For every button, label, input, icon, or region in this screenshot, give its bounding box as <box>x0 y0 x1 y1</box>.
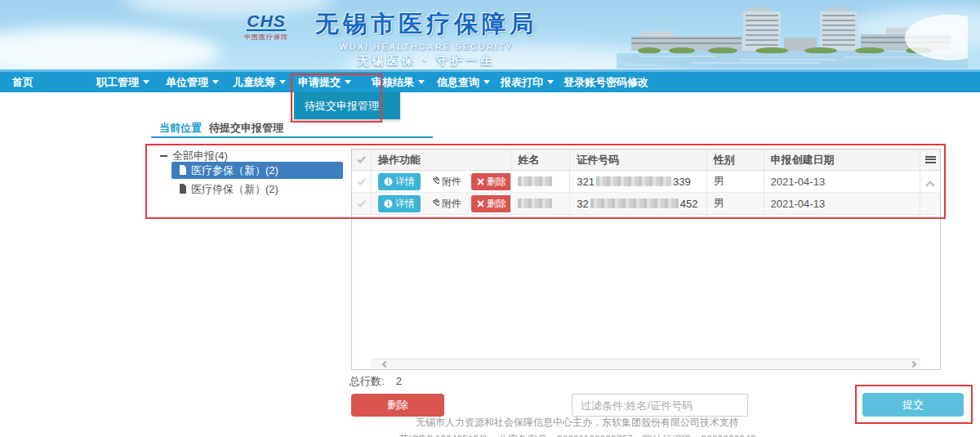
column-header-gender: 性别 <box>707 149 764 170</box>
logo-text: CHS <box>247 13 285 31</box>
row-select-cell <box>352 171 372 192</box>
column-menu-cell <box>920 149 940 170</box>
row-delete-button[interactable]: 删除 <box>471 173 512 190</box>
main-navbar: 首页 职工管理 单位管理 儿童统筹 申请提交 审核结果 信息查询 报表打印 登录… <box>0 72 980 92</box>
caret-down-icon <box>345 80 351 84</box>
id-number-cell: 32452 <box>570 193 707 214</box>
nav-item-report-print[interactable]: 报表打印 <box>501 72 554 92</box>
scrollbar-cell <box>920 193 940 214</box>
site-header: CHS 中国医疗保障 无锡市医疗保障局 WUXI HEALTHCARE SECU… <box>0 0 980 72</box>
scroll-right-icon[interactable] <box>910 361 916 368</box>
nav-item-label: 信息查询 <box>437 76 479 88</box>
paperclip-icon <box>430 176 439 186</box>
attachment-button[interactable]: 附件 <box>425 173 467 190</box>
submit-button[interactable]: 提交 <box>862 393 964 417</box>
caret-down-icon <box>143 80 149 84</box>
column-header-actions: 操作功能 <box>372 149 512 170</box>
info-icon <box>384 199 393 208</box>
footer-line2: 苏ICP备10046515号 公安备案号：32021102000707 网站标识… <box>292 433 863 437</box>
nav-item-review-result[interactable]: 审核结果 <box>372 72 425 92</box>
site-title-english: WUXI HEALTHCARE SECURITY <box>304 42 549 51</box>
column-menu-icon[interactable] <box>925 156 936 163</box>
tree-item-medical-enroll[interactable]: 医疗参保（新）(2) <box>172 162 343 179</box>
redacted-name <box>518 198 552 208</box>
caret-down-icon <box>483 80 490 84</box>
tree-item-label: 医疗停保（新）(2) <box>191 183 278 195</box>
create-date-cell: 2021-04-13 <box>764 193 920 214</box>
column-header-name: 姓名 <box>511 149 570 170</box>
collapse-minus-icon[interactable] <box>160 155 167 157</box>
declarations-table: 操作功能 姓名 证件号码 性别 申报创建日期 详情 附件 删除 321339 男… <box>351 149 941 370</box>
tree-item-medical-stop[interactable]: 医疗停保（新）(2) <box>179 182 278 197</box>
nav-item-employee-mgmt[interactable]: 职工管理 <box>96 72 149 92</box>
total-rows-label: 总行数: <box>350 375 385 387</box>
select-all-check-icon[interactable] <box>357 156 366 163</box>
breadcrumb-location-label: 当前位置 <box>159 121 202 136</box>
row-delete-button-label: 删除 <box>487 175 506 189</box>
nav-item-label: 职工管理 <box>96 76 139 88</box>
caret-down-icon <box>547 80 554 84</box>
tree-item-label: 医疗参保（新）(2) <box>191 164 278 176</box>
caret-down-icon <box>212 80 219 84</box>
footer-line1: 无锡市人力资源和社会保障信息中心主办，东软集团股份有限公司技术支持 <box>292 416 863 430</box>
page: CHS 中国医疗保障 无锡市医疗保障局 WUXI HEALTHCARE SECU… <box>0 0 980 437</box>
detail-button-label: 详情 <box>395 175 415 189</box>
id-suffix: 339 <box>673 176 691 188</box>
row-check-icon[interactable] <box>357 178 366 185</box>
name-cell <box>511 171 570 192</box>
filter-input[interactable] <box>572 394 748 417</box>
dropdown-item-pending-declaration[interactable]: 待提交申报管理 <box>294 92 400 119</box>
detail-button[interactable]: 详情 <box>378 173 421 190</box>
caret-down-icon <box>418 80 425 84</box>
nav-item-children-plan[interactable]: 儿童统筹 <box>233 72 286 92</box>
total-rows-line: 总行数:2 <box>350 374 402 389</box>
site-title: 无锡市医疗保障局 <box>304 8 549 41</box>
horizontal-scrollbar[interactable] <box>372 359 920 369</box>
breadcrumb-current-page: 待提交申报管理 <box>209 121 283 136</box>
nav-item-label: 单位管理 <box>166 76 208 88</box>
table-header-row: 操作功能 姓名 证件号码 性别 申报创建日期 <box>352 149 940 171</box>
nav-item-unit-mgmt[interactable]: 单位管理 <box>166 72 219 92</box>
nav-item-label: 报表打印 <box>501 76 543 88</box>
gender-cell: 男 <box>707 193 764 214</box>
logo-subtext: 中国医疗保障 <box>234 33 299 42</box>
row-delete-button[interactable]: 删除 <box>471 195 512 212</box>
nav-item-label: 审核结果 <box>372 76 414 88</box>
nav-item-password-change[interactable]: 登录账号密码修改 <box>564 72 648 92</box>
attachment-button-label: 附件 <box>442 197 461 211</box>
detail-button-label: 详情 <box>395 197 415 211</box>
table-row: 详情 附件 删除 321339 男 2021-04-13 <box>352 171 940 193</box>
id-number-cell: 321339 <box>570 171 707 192</box>
caret-down-icon <box>279 80 286 84</box>
nav-item-label: 登录账号密码修改 <box>564 76 648 88</box>
attachment-button[interactable]: 附件 <box>425 195 467 212</box>
scroll-left-icon[interactable] <box>382 361 389 368</box>
row-actions-cell: 详情 附件 删除 <box>372 193 512 214</box>
gender-cell: 男 <box>707 171 764 192</box>
cloud-decoration <box>0 28 220 72</box>
chs-logo: CHS 中国医疗保障 <box>234 13 299 42</box>
row-select-cell <box>352 193 372 214</box>
cloud-decoration <box>122 0 335 16</box>
row-delete-button-label: 删除 <box>487 197 506 211</box>
nav-item-home[interactable]: 首页 <box>12 72 33 92</box>
apply-submit-dropdown: 待提交申报管理 <box>294 92 400 119</box>
tree-root-label: 全部申报(4) <box>172 149 228 162</box>
buildings-image <box>617 3 968 69</box>
column-header-create-date: 申报创建日期 <box>764 149 920 170</box>
breadcrumb-underline <box>151 136 433 138</box>
redacted-id-digits <box>590 198 679 208</box>
site-footer: 无锡市人力资源和社会保障信息中心主办，东软集团股份有限公司技术支持 苏ICP备1… <box>292 416 863 437</box>
nav-item-info-query[interactable]: 信息查询 <box>437 72 490 92</box>
detail-button[interactable]: 详情 <box>378 195 421 212</box>
file-icon <box>179 184 187 194</box>
delete-button[interactable]: 删除 <box>351 394 444 417</box>
nav-item-apply-submit[interactable]: 申请提交 <box>298 72 351 92</box>
x-icon <box>477 178 484 185</box>
info-icon <box>384 177 393 186</box>
row-check-icon[interactable] <box>357 200 366 207</box>
file-icon <box>179 165 187 175</box>
name-cell <box>511 193 570 214</box>
nav-item-label: 首页 <box>12 76 33 88</box>
table-row: 详情 附件 删除 32452 男 2021-04-13 <box>352 193 940 215</box>
